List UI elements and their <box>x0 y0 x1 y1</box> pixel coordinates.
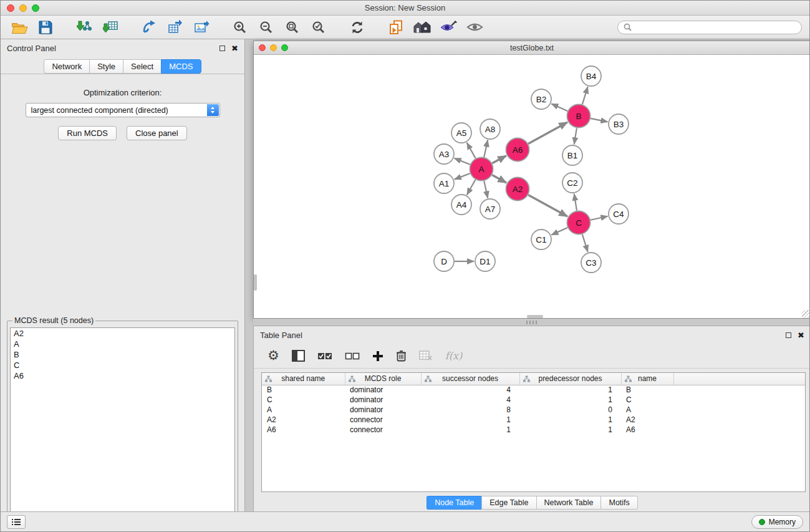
graph-node-C[interactable]: C <box>567 211 591 235</box>
tab-network-table[interactable]: Network Table <box>536 496 601 510</box>
run-mcds-button[interactable]: Run MCDS <box>58 126 117 140</box>
graph-edge-A6-B[interactable] <box>528 122 567 144</box>
column-header-mcds-role[interactable]: MCDS role <box>345 373 421 385</box>
graph-node-B2[interactable]: B2 <box>531 89 551 109</box>
export-table-icon[interactable] <box>164 18 186 37</box>
table-row[interactable]: Bdominator41B <box>262 385 805 395</box>
tab-network[interactable]: Network <box>44 59 89 74</box>
graph-node-B3[interactable]: B3 <box>609 114 629 134</box>
graph-node-A6[interactable]: A6 <box>506 138 529 162</box>
graph-edge-B-B2[interactable] <box>551 104 567 111</box>
graph-node-C3[interactable]: C3 <box>581 253 601 273</box>
graph-edge-C-C1[interactable] <box>551 228 567 235</box>
column-header-shared-name[interactable]: shared name <box>262 373 345 385</box>
graph-edge-A-A5[interactable] <box>467 143 476 158</box>
tab-mcds[interactable]: MCDS <box>161 59 201 74</box>
graph-node-A1[interactable]: A1 <box>434 173 454 193</box>
column-header-successor-nodes[interactable]: successor nodes <box>421 373 519 385</box>
table-row[interactable]: A2connector11A2 <box>262 415 805 425</box>
graph-node-A[interactable]: A <box>470 158 493 181</box>
show-column-icon[interactable] <box>292 347 305 365</box>
refresh-view-icon[interactable] <box>346 18 369 37</box>
graph-node-C2[interactable]: C2 <box>562 173 582 193</box>
minimize-window-button[interactable] <box>19 4 27 12</box>
graph-edge-A-A7[interactable] <box>484 181 488 198</box>
tab-style[interactable]: Style <box>89 59 123 74</box>
add-row-icon[interactable] <box>372 347 383 365</box>
graph-node-D1[interactable]: D1 <box>475 251 495 271</box>
graph-edge-C-C2[interactable] <box>574 194 577 211</box>
column-header-name[interactable]: name <box>621 373 673 385</box>
close-table-panel-icon[interactable]: ✖ <box>798 331 804 339</box>
zoom-window-button[interactable] <box>32 4 39 12</box>
close-window-button[interactable] <box>7 4 14 12</box>
graph-edge-B-B4[interactable] <box>582 87 588 104</box>
graph-node-A5[interactable]: A5 <box>451 123 471 143</box>
tab-edge-table[interactable]: Edge Table <box>481 496 536 510</box>
mcds-result-item[interactable]: C <box>11 360 234 370</box>
tab-motifs[interactable]: Motifs <box>600 496 637 510</box>
network-canvas-svg[interactable]: B4B2BB3A5A8A6B1A3AC2A1A2A4A7C4CC1C3DD1 <box>254 55 810 318</box>
tab-node-table[interactable]: Node Table <box>427 496 481 510</box>
tab-select[interactable]: Select <box>123 59 161 74</box>
mcds-result-item[interactable]: B <box>11 349 234 360</box>
delete-table-icon[interactable] <box>419 347 433 365</box>
graph-node-A8[interactable]: A8 <box>480 119 500 139</box>
graph-edge-C-C3[interactable] <box>582 235 588 252</box>
graph-edge-A-A1[interactable] <box>455 173 470 180</box>
zoom-out-icon[interactable] <box>255 18 277 37</box>
graph-edge-A-A2[interactable] <box>492 175 506 183</box>
graph-edge-A-A4[interactable] <box>467 180 476 195</box>
optimization-criterion-select[interactable]: largest connected component (directed) <box>26 103 220 117</box>
network-minimize-button[interactable] <box>270 44 277 51</box>
network-close-button[interactable] <box>259 44 266 51</box>
network-canvas[interactable]: B4B2BB3A5A8A6B1A3AC2A1A2A4A7C4CC1C3DD1 <box>254 55 810 318</box>
close-panel-button[interactable]: Close panel <box>127 126 187 140</box>
open-session-icon[interactable] <box>8 18 31 37</box>
graph-node-B4[interactable]: B4 <box>581 66 601 86</box>
search-input[interactable] <box>635 23 796 32</box>
graph-edge-B-B3[interactable] <box>591 118 607 122</box>
panel-splitter[interactable] <box>253 319 810 326</box>
vertical-scrollbar[interactable] <box>254 274 257 291</box>
zoom-selected-icon[interactable] <box>307 18 330 37</box>
column-header-predecessor-nodes[interactable]: predecessor nodes <box>519 373 621 385</box>
graph-node-A4[interactable]: A4 <box>451 195 471 215</box>
graph-node-A3[interactable]: A3 <box>434 144 454 164</box>
graph-node-C4[interactable]: C4 <box>609 204 629 224</box>
eye-edit-icon[interactable] <box>437 18 460 37</box>
table-row[interactable]: Cdominator41C <box>262 395 805 405</box>
function-builder-icon[interactable]: f(x) <box>445 347 462 365</box>
import-network-icon[interactable] <box>73 18 95 37</box>
save-session-icon[interactable] <box>34 18 57 37</box>
eye-icon[interactable] <box>463 18 486 37</box>
graph-edge-A-A8[interactable] <box>484 140 488 157</box>
float-panel-icon[interactable] <box>219 46 225 51</box>
export-image-icon[interactable] <box>190 18 213 37</box>
graph-node-B[interactable]: B <box>567 105 591 128</box>
graph-node-C1[interactable]: C1 <box>531 230 551 249</box>
delete-row-trash-icon[interactable] <box>396 347 407 365</box>
graph-edge-A2-C[interactable] <box>528 195 567 216</box>
graph-node-A2[interactable]: A2 <box>506 178 529 201</box>
export-network-icon[interactable] <box>138 18 160 37</box>
mcds-result-item[interactable]: A2 <box>11 328 234 339</box>
graph-edge-C-C4[interactable] <box>591 216 607 220</box>
select-all-icon[interactable] <box>317 347 332 365</box>
status-menu-button[interactable] <box>7 515 26 529</box>
graph-edge-A-A6[interactable] <box>492 156 506 163</box>
network-zoom-button[interactable] <box>281 44 288 51</box>
graph-edge-B-B1[interactable] <box>574 128 577 144</box>
pages-icon[interactable] <box>385 18 407 37</box>
horizontal-scrollbar[interactable] <box>527 315 543 318</box>
memory-button[interactable]: Memory <box>751 515 803 529</box>
unselect-all-icon[interactable] <box>345 347 360 365</box>
import-table-icon[interactable] <box>99 18 122 37</box>
table-row[interactable]: A6connector11A6 <box>262 425 805 435</box>
table-settings-gear-icon[interactable]: ⚙ <box>268 347 279 365</box>
graph-node-D[interactable]: D <box>434 251 454 271</box>
close-panel-icon[interactable]: ✖ <box>231 44 238 52</box>
zoom-fit-icon[interactable] <box>281 18 304 37</box>
graph-node-A7[interactable]: A7 <box>480 199 500 219</box>
mcds-result-item[interactable]: A6 <box>11 370 234 381</box>
